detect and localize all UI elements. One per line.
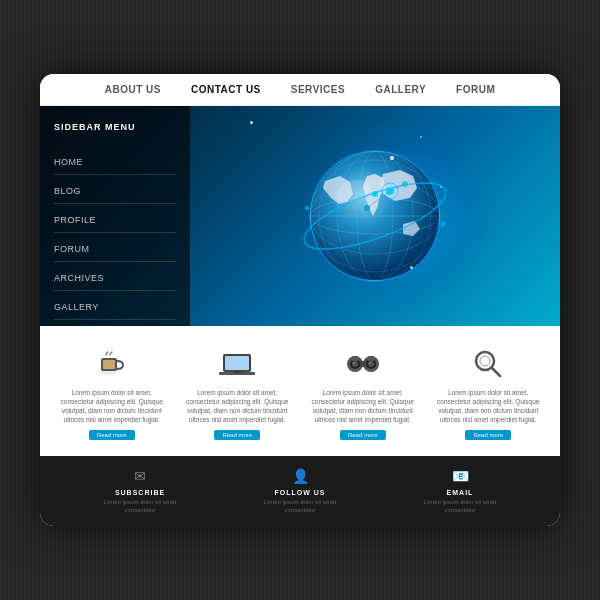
feature-laptop-btn[interactable]: Read more [214,430,260,440]
feature-search: Lorem ipsum dolor sit amet, consectetur … [431,346,547,440]
follow-icon: 👤 [292,468,309,484]
feature-search-btn[interactable]: Read more [465,430,511,440]
magnifier-icon [470,346,506,382]
svg-point-34 [353,362,355,364]
sidebar-item-home[interactable]: HOME [54,146,176,175]
svg-line-39 [492,368,500,376]
svg-point-11 [441,221,446,226]
feature-coffee: Lorem ipsum dolor sit amet, consectetur … [54,346,170,440]
sparkle-3 [390,156,394,160]
sidebar-item-archives[interactable]: ARCHIVES [54,262,176,291]
sidebar-item-gallery[interactable]: GALLERY [54,291,176,320]
svg-point-10 [372,191,378,197]
sparkle-5 [410,266,413,269]
footer-email: 📧 EMAIL Lorem ipsum dolor sit amet conse… [420,468,500,515]
footer-email-label: EMAIL [447,489,474,496]
svg-rect-26 [233,372,241,373]
footer: ✉ SUBSCRIBE Lorem ipsum dolor sit amet c… [40,456,560,527]
email-icon: 📧 [452,468,469,484]
laptop-icon [219,346,255,382]
svg-rect-22 [103,360,115,369]
sidebar-item-profile[interactable]: PROFILE [54,204,176,233]
sidebar-item-forum[interactable]: FORUM [54,233,176,262]
sidebar-title: SIDEBAR MENU [54,122,176,132]
footer-follow-label: FOLLOW US [275,489,326,496]
svg-rect-37 [368,356,374,361]
svg-point-33 [368,361,374,367]
coffee-icon [94,346,130,382]
sparkle-1 [250,121,253,124]
binoculars-icon [345,346,381,382]
sidebar-item-blog[interactable]: BLOG [54,175,176,204]
svg-point-35 [369,362,371,364]
feature-binoculars-btn[interactable]: Read more [340,430,386,440]
svg-rect-24 [225,356,249,370]
feature-coffee-text: Lorem ipsum dolor sit amet, consectetur … [54,388,170,424]
globe-area [190,106,560,326]
nav-about[interactable]: ABOUT US [105,84,161,95]
feature-laptop-text: Lorem ipsum dolor sit amet, consectetur … [180,388,296,424]
footer-subscribe-label: SUBSCRIBE [115,489,165,496]
nav-services[interactable]: SERVICES [291,84,345,95]
svg-point-32 [352,361,358,367]
svg-point-40 [480,356,490,366]
hero-section: SIDEBAR MENU HOME BLOG PROFILE FORUM ARC… [40,106,560,326]
feature-coffee-btn[interactable]: Read more [89,430,135,440]
sidebar: SIDEBAR MENU HOME BLOG PROFILE FORUM ARC… [40,106,190,326]
feature-laptop: Lorem ipsum dolor sit amet, consectetur … [180,346,296,440]
nav-contact[interactable]: CONTACT US [191,84,261,95]
nav-gallery[interactable]: GALLERY [375,84,426,95]
features-section: Lorem ipsum dolor sit amet, consectetur … [40,326,560,456]
feature-binoculars-text: Lorem ipsum dolor sit amet, consectetur … [305,388,421,424]
svg-point-12 [305,206,309,210]
svg-rect-29 [359,361,367,367]
footer-follow-sub: Lorem ipsum dolor sit amet consectetur [260,499,340,515]
subscribe-icon: ✉ [134,468,146,484]
footer-email-sub: Lorem ipsum dolor sit amet consectetur [420,499,500,515]
footer-subscribe: ✉ SUBSCRIBE Lorem ipsum dolor sit amet c… [100,468,180,515]
nav-forum[interactable]: FORUM [456,84,495,95]
sparkle-4 [440,186,442,188]
feature-binoculars: Lorem ipsum dolor sit amet, consectetur … [305,346,421,440]
svg-rect-36 [352,356,358,361]
footer-subscribe-sub: Lorem ipsum dolor sit amet consectetur [100,499,180,515]
sparkle-2 [420,136,422,138]
globe [295,136,455,296]
website-frame: ABOUT US CONTACT US SERVICES GALLERY FOR… [40,74,560,527]
sidebar-menu: HOME BLOG PROFILE FORUM ARCHIVES GALLERY [54,146,176,320]
feature-search-text: Lorem ipsum dolor sit amet, consectetur … [431,388,547,424]
footer-follow: 👤 FOLLOW US Lorem ipsum dolor sit amet c… [260,468,340,515]
top-nav: ABOUT US CONTACT US SERVICES GALLERY FOR… [40,74,560,106]
